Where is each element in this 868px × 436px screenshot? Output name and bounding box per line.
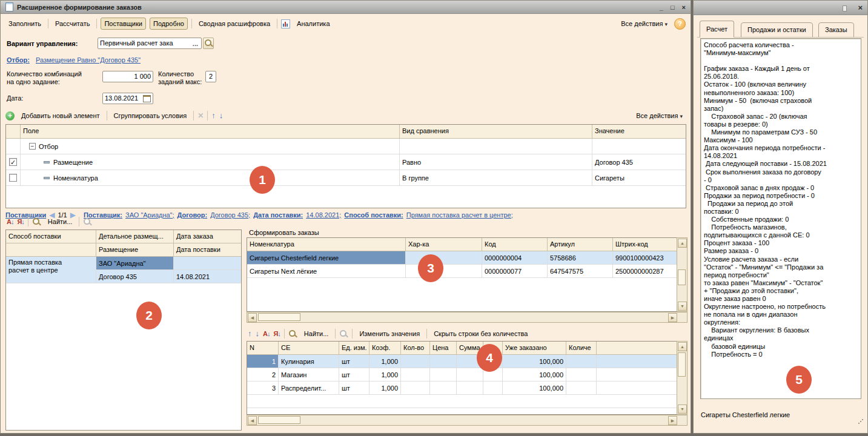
cell-unit[interactable]: шт <box>339 382 369 395</box>
find-button[interactable]: Найти... <box>301 328 332 339</box>
cell-coef[interactable]: 1,000 <box>369 355 401 368</box>
cell-quantity[interactable] <box>566 355 597 368</box>
combinations-input[interactable]: 1 000 <box>102 71 153 82</box>
cell-filler[interactable] <box>597 355 677 368</box>
scroll-left-icon[interactable]: ◀ <box>248 416 257 425</box>
move-down-icon[interactable]: ↓ <box>219 112 224 119</box>
cell-se[interactable]: Кулинария <box>279 355 339 368</box>
cell-coef[interactable]: 1,000 <box>369 368 401 382</box>
date-input[interactable]: 13.08.2021 <box>102 93 153 104</box>
clear-search-icon[interactable] <box>83 217 92 226</box>
cell-unit[interactable]: шт <box>339 368 369 382</box>
cell-qty[interactable] <box>401 368 430 382</box>
analytics-button[interactable]: Аналитика <box>294 18 333 29</box>
detailed-button[interactable]: Подробно <box>150 18 188 30</box>
cell-placement-contract[interactable]: Договор 435 <box>96 270 174 283</box>
collapse-icon[interactable]: − <box>29 143 36 150</box>
cell-qty[interactable] <box>401 382 430 395</box>
cell-price[interactable] <box>430 355 457 368</box>
sort-asc-icon[interactable]: А↓ <box>263 330 270 337</box>
calculate-button[interactable]: Рассчитать <box>52 18 93 29</box>
variant-input[interactable]: Первичный расчет зака ... <box>98 38 202 49</box>
cell-ordered[interactable]: 100,000 <box>503 355 566 368</box>
pin-icon[interactable] <box>843 5 847 12</box>
cell-characteristic[interactable] <box>406 265 482 278</box>
cell-se[interactable]: Распределит... <box>279 382 339 395</box>
find-button[interactable]: Найти... <box>45 216 76 227</box>
cell-barcode[interactable]: 9900100000423 <box>613 251 677 265</box>
tasks-max-input[interactable]: 2 <box>205 71 216 82</box>
cell-price[interactable] <box>430 368 457 382</box>
cell-unit[interactable]: шт <box>339 355 369 368</box>
cell-filler[interactable] <box>597 382 677 395</box>
filter-row-value[interactable]: Сигареты <box>592 170 686 186</box>
scroll-up-icon[interactable]: ▲ <box>678 239 687 248</box>
maximize-button[interactable]: □ <box>671 4 675 11</box>
close-button[interactable]: × <box>682 4 686 11</box>
filter-all-actions-button[interactable]: Все действия ▾ <box>633 110 686 121</box>
filter-row-comparison[interactable]: В группе <box>400 170 592 186</box>
scroll-down-icon[interactable]: ▼ <box>678 405 687 414</box>
cell-method[interactable]: Прямая поставкарасчет в центре <box>6 257 96 283</box>
cell-ordered[interactable]: 100,000 <box>503 382 566 395</box>
summary-decode-button[interactable]: Сводная расшифровка <box>196 18 273 29</box>
delete-icon[interactable]: ✕ <box>197 111 204 120</box>
cell-n[interactable]: 2 <box>247 368 279 382</box>
scroll-thumb[interactable] <box>678 352 686 377</box>
cell-sum[interactable] <box>457 382 483 395</box>
tab-sales-and-stock[interactable]: Продажи и остатки <box>741 22 813 38</box>
cell-placement-org[interactable]: ЗАО "Ариадна" <box>96 257 174 270</box>
cell-n[interactable]: 3 <box>247 382 279 395</box>
sort-desc-icon[interactable]: Я↓ <box>17 218 24 225</box>
orders-vertical-scrollbar[interactable]: ▲ ▼ <box>677 237 687 312</box>
panel-close-button[interactable]: × <box>858 3 863 12</box>
cell-delivery-date[interactable]: 14.08.2021 <box>174 270 241 283</box>
help-button[interactable]: ? <box>674 18 686 30</box>
scroll-right-icon[interactable]: ▶ <box>668 313 677 322</box>
qty-vertical-scrollbar[interactable]: ▲ ▼ <box>677 341 687 415</box>
contract-value-link[interactable]: Договор 435; <box>210 211 250 219</box>
cell-coef[interactable]: 1,000 <box>369 382 401 395</box>
delivery-date-label-link[interactable]: Дата поставки: <box>253 211 303 219</box>
scroll-thumb[interactable] <box>258 416 300 424</box>
scroll-up-icon[interactable]: ▲ <box>678 342 687 351</box>
cell-n[interactable]: 1 <box>247 355 279 368</box>
contract-label-link[interactable]: Договор: <box>177 211 208 219</box>
cell-article[interactable]: 5758686 <box>548 251 613 265</box>
clear-search-icon[interactable] <box>339 329 348 339</box>
calendar-icon[interactable] <box>143 95 151 102</box>
filter-group-row[interactable]: − Отбор <box>21 139 400 154</box>
edit-values-button[interactable]: Изменить значения <box>356 328 423 339</box>
checkbox-unchecked[interactable] <box>9 174 17 182</box>
cell-ordered[interactable]: 100,000 <box>503 368 566 382</box>
move-up-icon[interactable]: ↑ <box>211 112 216 119</box>
filter-link-value[interactable]: Размещение Равно "Договор 435" <box>36 56 141 64</box>
tab-orders[interactable]: Заказы <box>818 22 854 38</box>
resize-grip[interactable] <box>860 421 861 422</box>
delivery-date-value-link[interactable]: 14.08.2021; <box>306 211 341 219</box>
cell-se[interactable]: Магазин <box>279 368 339 382</box>
filter-row-value[interactable]: Договор 435 <box>592 154 686 170</box>
scroll-down-icon[interactable]: ▼ <box>678 302 687 311</box>
open-magnifier-button[interactable] <box>203 38 214 49</box>
cell-order-date[interactable] <box>174 257 241 270</box>
add-item-button[interactable]: Добавить новый элемент <box>18 110 103 121</box>
move-down-icon[interactable]: ↓ <box>256 330 260 337</box>
scroll-thumb[interactable] <box>678 269 686 285</box>
filter-row-field[interactable]: Размещение <box>21 154 400 170</box>
all-actions-button[interactable]: Все действия ▾ <box>618 18 671 29</box>
filter-link-label[interactable]: Отбор: <box>7 56 30 64</box>
scroll-right-icon[interactable]: ▶ <box>668 416 677 425</box>
cell-code[interactable]: 0000000004 <box>482 251 548 265</box>
cell-nomenclature[interactable]: Сигареты Next лёгкие <box>247 265 406 278</box>
suppliers-button[interactable]: Поставщики <box>101 18 146 30</box>
cell-nomenclature[interactable]: Сигареты Chesterfield легкие <box>247 251 406 265</box>
cell-quantity[interactable] <box>566 368 597 382</box>
cell-rest[interactable] <box>483 382 503 395</box>
method-value-link[interactable]: Прямая поставка расчет в центре; <box>406 211 513 219</box>
cell-sum[interactable] <box>457 368 483 382</box>
scroll-thumb[interactable] <box>258 313 300 321</box>
cell-code[interactable]: 0000000077 <box>482 265 548 278</box>
minimize-button[interactable]: _ <box>660 4 663 11</box>
checkbox-checked[interactable]: ✓ <box>9 158 17 166</box>
